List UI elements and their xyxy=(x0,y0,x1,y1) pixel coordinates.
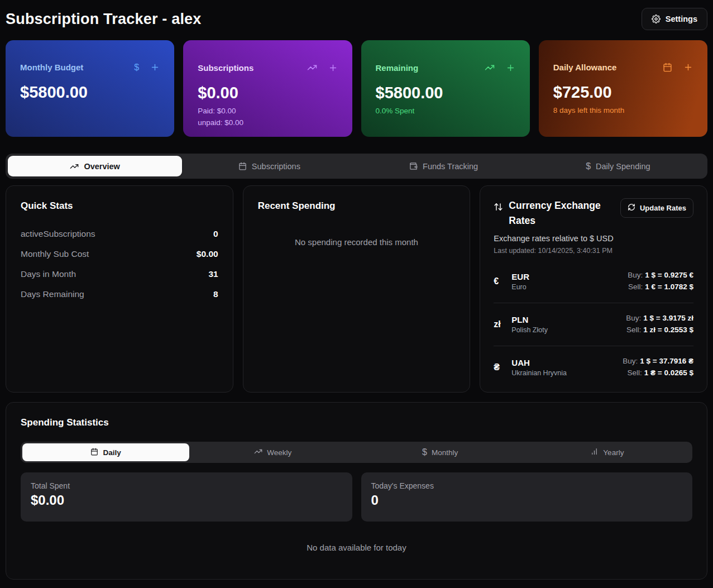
stat-label: Days in Month xyxy=(21,269,76,279)
total-spent-value: $0.00 xyxy=(31,493,342,508)
trending-up-icon xyxy=(485,63,495,73)
overview-panels: Quick Stats activeSubscriptions 0 Monthl… xyxy=(6,185,707,393)
tab-overview[interactable]: Overview xyxy=(8,156,182,176)
buy-value: 1 $ = 0.9275 € xyxy=(645,271,693,279)
add-allowance-button[interactable] xyxy=(683,63,693,72)
subscriptions-card: Subscriptions $0.00 Paid: $0.00 unpaid: … xyxy=(183,40,352,137)
monthly-budget-label: Monthly Budget xyxy=(20,63,83,72)
add-remaining-button[interactable] xyxy=(506,63,515,73)
subscriptions-paid-text: Paid: $0.00 xyxy=(198,107,337,115)
tab-subscriptions[interactable]: Subscriptions xyxy=(182,156,356,176)
stat-value: 31 xyxy=(208,269,218,279)
currency-row-uah: ₴ UAH Ukrainian Hryvnia Buy:1 $ = 37.791… xyxy=(494,346,693,389)
tab-yearly[interactable]: Yearly xyxy=(524,443,691,461)
monthly-budget-card: Monthly Budget $ $5800.00 xyxy=(6,40,174,137)
calendar-icon xyxy=(663,63,672,72)
todays-expenses-card: Today's Expenses 0 xyxy=(361,472,693,522)
tab-daily-label: Daily xyxy=(103,448,121,457)
add-budget-button[interactable] xyxy=(150,63,160,72)
sell-value: 1 € = 1.0782 $ xyxy=(645,283,693,291)
buy-label: Buy: xyxy=(623,357,638,365)
remaining-card: Remaining $5800.00 0.0% Spent xyxy=(361,40,530,137)
quick-stats-title: Quick Stats xyxy=(21,200,218,212)
currency-name: Ukrainian Hryvnia xyxy=(511,369,567,377)
recent-spending-empty-message: No spending recorded this month xyxy=(258,237,456,247)
tab-weekly-label: Weekly xyxy=(267,448,291,457)
stat-value: $0.00 xyxy=(197,249,218,259)
subscriptions-label: Subscriptions xyxy=(198,63,253,73)
recent-spending-panel: Recent Spending No spending recorded thi… xyxy=(243,185,471,393)
total-spent-card: Total Spent $0.00 xyxy=(21,472,352,522)
trending-up-icon xyxy=(254,447,262,457)
spending-statistics-panel: Spending Statistics Daily Weekly $ Month… xyxy=(6,402,707,580)
currency-last-updated: Last updated: 10/14/2025, 3:40:31 PM xyxy=(494,247,693,255)
calendar-icon xyxy=(90,448,98,457)
stat-row-monthly-sub-cost: Monthly Sub Cost $0.00 xyxy=(21,244,218,264)
sell-label: Sell: xyxy=(628,283,643,291)
euro-symbol: € xyxy=(494,276,505,286)
tab-overview-label: Overview xyxy=(84,162,120,171)
update-rates-label: Update Rates xyxy=(640,204,686,212)
arrow-up-down-icon xyxy=(494,198,503,214)
main-tab-bar: Overview Subscriptions Funds Tracking $ … xyxy=(6,154,707,179)
stat-label: Days Remaining xyxy=(21,289,84,299)
daily-allowance-label: Daily Allowance xyxy=(553,63,617,72)
tab-monthly[interactable]: $ Monthly xyxy=(357,443,524,461)
stat-cards-row: Monthly Budget $ $5800.00 Subscriptions xyxy=(6,40,707,137)
subscriptions-unpaid-text: unpaid: $0.00 xyxy=(198,118,337,127)
subscriptions-value: $0.00 xyxy=(198,84,337,102)
currency-code: EUR xyxy=(511,272,529,281)
buy-value: 1 $ = 37.7916 ₴ xyxy=(640,357,693,365)
tab-subscriptions-label: Subscriptions xyxy=(252,162,300,171)
currency-name: Euro xyxy=(511,283,529,291)
sell-label: Sell: xyxy=(628,369,642,377)
update-rates-button[interactable]: Update Rates xyxy=(620,198,693,218)
add-subscription-button[interactable] xyxy=(328,63,338,73)
monthly-budget-value: $5800.00 xyxy=(20,83,160,102)
tab-daily-spending-label: Daily Spending xyxy=(596,162,650,171)
daily-allowance-card: Daily Allowance $725.00 8 days left this… xyxy=(539,40,707,137)
spending-period-tab-bar: Daily Weekly $ Monthly Yearly xyxy=(21,442,692,463)
tab-daily-spending[interactable]: $ Daily Spending xyxy=(531,156,705,176)
currency-code: PLN xyxy=(511,315,548,324)
tab-funds-tracking-label: Funds Tracking xyxy=(423,162,478,171)
page-title: Subscription Tracker - alex xyxy=(6,11,202,28)
settings-button-label: Settings xyxy=(666,15,697,23)
stat-row-active-subscriptions: activeSubscriptions 0 xyxy=(21,224,218,244)
percent-spent-text: 0.0% Spent xyxy=(376,107,515,115)
currency-row-pln: zł PLN Polish Złoty Buy:1 $ = 3.9175 zł … xyxy=(494,303,693,346)
spending-empty-message: No data available for today xyxy=(21,543,692,552)
stat-row-days-in-month: Days in Month 31 xyxy=(21,264,218,284)
subscription-tracker-app: Subscription Tracker - alex Settings Mon… xyxy=(0,0,713,580)
quick-stats-panel: Quick Stats activeSubscriptions 0 Monthl… xyxy=(6,185,233,393)
bar-chart-icon xyxy=(590,447,599,457)
sell-value: 1 ₴ = 0.0265 $ xyxy=(644,369,693,377)
zloty-symbol: zł xyxy=(494,319,505,329)
tab-daily[interactable]: Daily xyxy=(22,443,189,461)
trending-up-icon xyxy=(307,63,317,73)
settings-button[interactable]: Settings xyxy=(642,8,707,30)
stat-label: Monthly Sub Cost xyxy=(21,249,89,259)
hryvnia-symbol: ₴ xyxy=(494,362,505,372)
currency-code: UAH xyxy=(511,358,567,367)
calendar-icon xyxy=(238,162,247,170)
remaining-value: $5800.00 xyxy=(376,84,515,102)
stat-row-days-remaining: Days Remaining 8 xyxy=(21,284,218,304)
currency-rates: Buy:1 $ = 0.9275 € Sell:1 € = 1.0782 $ xyxy=(628,270,693,293)
tab-funds-tracking[interactable]: Funds Tracking xyxy=(357,156,531,176)
refresh-icon xyxy=(628,203,635,213)
days-left-text: 8 days left this month xyxy=(553,106,693,114)
spending-statistics-title: Spending Statistics xyxy=(21,417,692,428)
currency-exchange-title: Currency Exchange Rates xyxy=(509,198,609,228)
todays-expenses-label: Today's Expenses xyxy=(371,481,683,490)
currency-rates: Buy:1 $ = 37.7916 ₴ Sell:1 ₴ = 0.0265 $ xyxy=(623,356,693,379)
currency-subtitle: Exchange rates relative to $ USD xyxy=(494,234,693,243)
stat-value: 8 xyxy=(213,289,218,299)
todays-expenses-value: 0 xyxy=(371,493,683,508)
dollar-icon: $ xyxy=(422,448,427,457)
stat-value: 0 xyxy=(213,229,218,239)
currency-rates: Buy:1 $ = 3.9175 zł Sell:1 zł = 0.2553 $ xyxy=(626,313,693,336)
tab-weekly[interactable]: Weekly xyxy=(189,443,356,461)
tab-monthly-label: Monthly xyxy=(432,448,458,457)
sell-label: Sell: xyxy=(626,326,641,334)
